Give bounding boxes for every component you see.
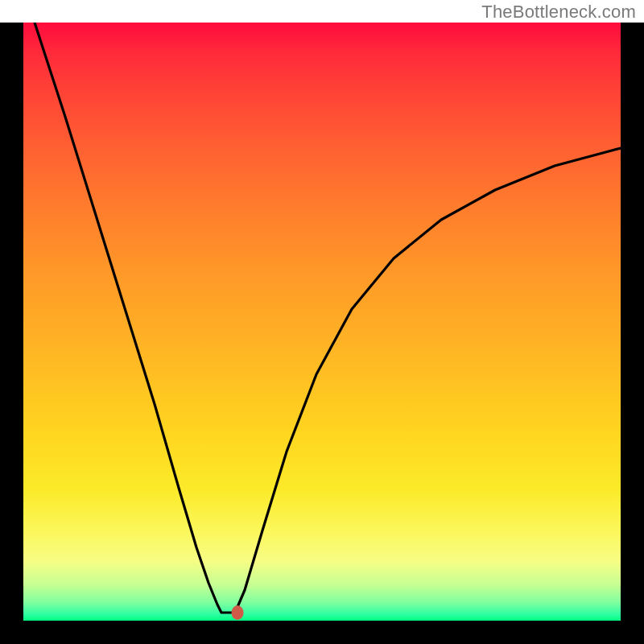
plot-area	[23, 23, 621, 621]
minimum-marker-icon	[232, 605, 244, 620]
bottleneck-curve	[35, 23, 621, 613]
plot-frame	[0, 23, 644, 644]
watermark-text: TheBottleneck.com	[481, 2, 636, 23]
chart-container: TheBottleneck.com	[0, 0, 644, 644]
curve-svg	[23, 23, 621, 621]
